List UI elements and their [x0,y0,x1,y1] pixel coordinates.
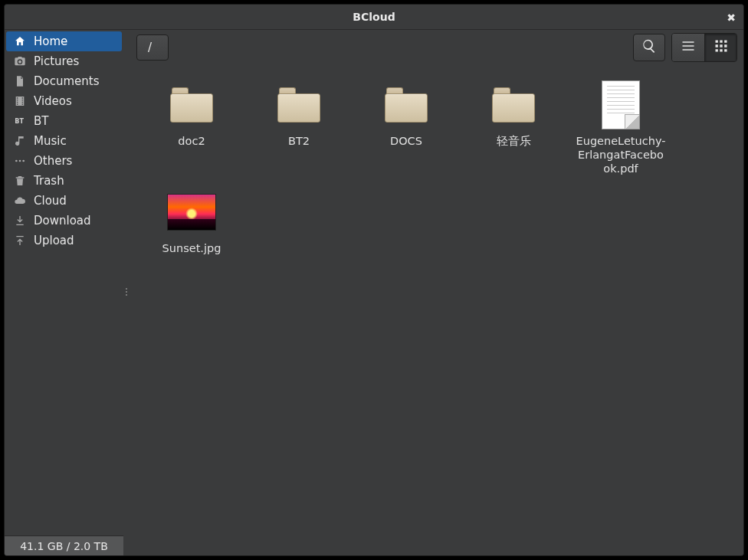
file-item[interactable]: BT2 [245,76,353,183]
sidebar-item-label: Pictures [34,54,79,69]
svg-text:BT: BT [15,118,24,125]
camera-icon [14,55,26,67]
path-breadcrumb[interactable]: / [136,34,169,61]
grid-view-button[interactable] [704,34,737,61]
file-item[interactable]: 轻音乐 [460,76,567,183]
dots-icon [14,155,26,167]
file-thumb [274,80,323,129]
sidebar-item-pictures[interactable]: Pictures [6,51,122,71]
bt-icon: BT [14,115,26,127]
sidebar-item-bt[interactable]: BTBT [6,111,122,131]
file-item[interactable]: DOCS [353,76,460,183]
svg-point-3 [22,160,25,162]
sidebar-item-home[interactable]: Home [6,31,122,51]
upload-icon [14,234,26,247]
window-close-button[interactable]: ✖ [727,5,736,30]
folder-icon [170,87,213,123]
path-text: / [148,41,152,54]
pdf-icon [602,80,640,129]
sidebar-item-label: Music [34,133,67,149]
sidebar-list: HomePicturesDocumentsVideosBTBTMusicOthe… [5,30,123,535]
sidebar-item-label: Trash [34,173,64,188]
file-area: doc2BT2DOCS轻音乐EugeneLetuchy-ErlangatFace… [130,65,743,555]
sidebar-item-label: BT [34,113,48,129]
sidebar-item-cloud[interactable]: Cloud [6,191,122,211]
view-toggle-group [671,33,737,62]
sidebar-item-label: Upload [34,233,74,248]
file-label: 轻音乐 [497,134,531,148]
sidebar-item-label: Videos [34,93,72,109]
film-icon [14,95,26,107]
file-grid: doc2BT2DOCS轻音乐EugeneLetuchy-ErlangatFace… [138,76,736,263]
file-item[interactable]: doc2 [138,76,245,183]
sidebar-item-trash[interactable]: Trash [6,171,122,191]
document-icon [14,75,26,87]
file-item[interactable]: EugeneLetuchy-ErlangatFacebook.pdf [567,76,674,183]
list-icon [681,38,696,57]
home-icon [14,35,26,47]
file-thumb [489,80,538,129]
pane-splitter[interactable] [123,30,130,555]
sidebar-item-documents[interactable]: Documents [6,71,122,91]
file-thumb [596,80,645,129]
download-icon [14,215,26,227]
sidebar-item-label: Documents [34,74,100,89]
sidebar-item-upload[interactable]: Upload [6,231,122,251]
sidebar-item-label: Others [34,153,72,169]
app-window: BCloud ✖ HomePicturesDocumentsVideosBTBT… [4,4,744,556]
svg-point-2 [19,160,21,162]
folder-icon [492,87,535,123]
folder-icon [385,87,428,123]
music-icon [14,135,26,147]
folder-icon [277,87,320,123]
toolbar: / [130,30,743,65]
trash-icon [14,175,26,187]
file-thumb [167,80,216,129]
sidebar-item-label: Home [34,34,67,49]
file-label: doc2 [178,134,205,148]
file-label: Sunset.jpg [162,241,221,255]
window-title: BCloud [353,11,395,23]
list-view-button[interactable] [672,34,704,61]
image-thumbnail [167,194,216,231]
titlebar: BCloud ✖ [5,5,743,30]
file-label: BT2 [288,134,310,148]
sidebar-item-videos[interactable]: Videos [6,91,122,111]
storage-text: 41.1 GB / 2.0 TB [20,540,108,552]
sidebar-item-music[interactable]: Music [6,131,122,151]
main-pane: / [130,30,743,555]
file-label: EugeneLetuchy-ErlangatFacebook.pdf [575,134,667,175]
sidebar-item-label: Cloud [34,193,67,208]
sidebar: HomePicturesDocumentsVideosBTBTMusicOthe… [5,30,123,555]
svg-point-1 [15,160,18,162]
file-label: DOCS [390,134,422,148]
storage-status: 41.1 GB / 2.0 TB [5,535,123,555]
cloud-icon [14,195,26,207]
search-button[interactable] [633,34,665,61]
sidebar-item-label: Download [34,213,91,228]
sidebar-item-download[interactable]: Download [6,211,122,231]
file-item[interactable]: Sunset.jpg [138,183,245,263]
grid-icon [714,38,729,57]
search-icon [641,38,657,57]
file-thumb [382,80,431,129]
sidebar-item-others[interactable]: Others [6,151,122,171]
file-thumb [167,188,216,237]
